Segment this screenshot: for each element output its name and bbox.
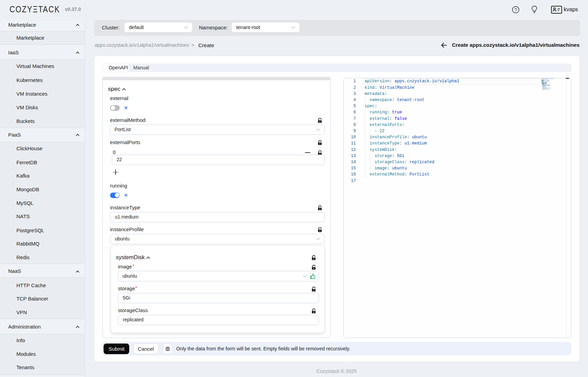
svg-text:?: ? <box>514 7 517 12</box>
